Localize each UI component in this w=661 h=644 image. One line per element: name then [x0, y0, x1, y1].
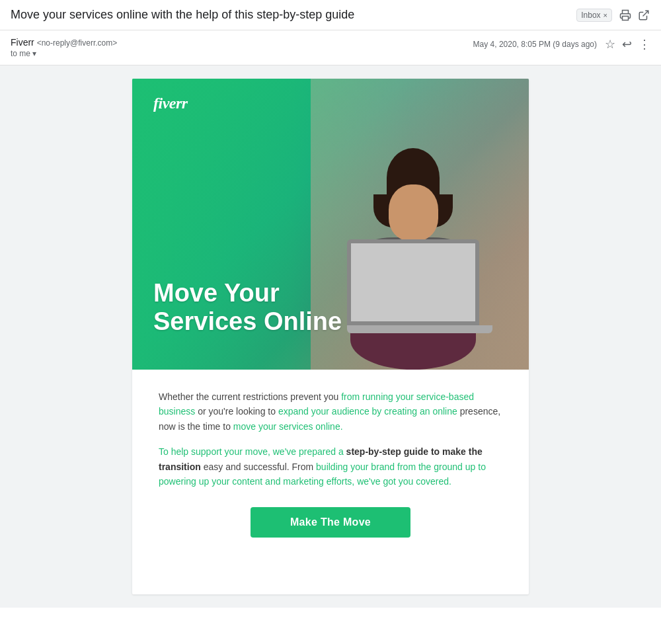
more-icon[interactable]: ⋮: [639, 37, 650, 52]
cta-area: Make The Move: [159, 507, 502, 538]
badge-close-icon[interactable]: ×: [603, 11, 607, 19]
to-me-label[interactable]: to me ▾: [11, 49, 117, 58]
inbox-badge[interactable]: Inbox ×: [576, 9, 612, 22]
print-icon[interactable]: [619, 9, 632, 22]
inbox-label: Inbox: [581, 11, 600, 20]
p2-end: easy and successful. From: [201, 462, 316, 472]
meta-icons: ☆ ↩ ⋮: [605, 37, 650, 52]
email-card: fiverr Move Your Services Online Whether…: [132, 79, 529, 594]
to-me-chevron: ▾: [32, 49, 36, 58]
p2-link-start[interactable]: To help support your move, we've prepare…: [159, 446, 346, 457]
subject-text: Move your services online with the help …: [11, 8, 570, 22]
sender-row: Fiverr <no-reply@fiverr.com> to me ▾ May…: [0, 30, 661, 65]
subject-bar: Move your services online with the help …: [0, 0, 661, 30]
p1-part1: Whether the current restrictions prevent…: [159, 391, 341, 402]
sender-info: Fiverr <no-reply@fiverr.com> to me ▾: [11, 37, 117, 58]
body-paragraph-2: To help support your move, we've prepare…: [159, 444, 502, 489]
sender-meta: May 4, 2020, 8:05 PM (9 days ago) ☆ ↩ ⋮: [473, 37, 650, 52]
svg-line-1: [643, 11, 648, 16]
email-client: Move your services online with the help …: [0, 0, 661, 644]
hero-tagline-line2: Services Online: [153, 307, 342, 337]
svg-rect-0: [623, 16, 629, 20]
body-paragraph-1: Whether the current restrictions prevent…: [159, 389, 502, 434]
make-the-move-button[interactable]: Make The Move: [251, 507, 410, 538]
star-icon[interactable]: ☆: [605, 37, 615, 52]
open-external-icon[interactable]: [637, 9, 650, 22]
hero-section: fiverr Move Your Services Online: [132, 79, 529, 370]
p1-link3[interactable]: move your services online.: [233, 421, 343, 432]
hero-tagline: Move Your Services Online: [153, 279, 342, 337]
fiverr-logo: fiverr: [153, 95, 188, 112]
hero-tagline-line1: Move Your: [153, 279, 342, 308]
p1-part2: or you're looking to: [195, 406, 278, 417]
sender-email: <no-reply@fiverr.com>: [37, 38, 118, 48]
sender-name: Fiverr: [11, 37, 34, 48]
content-section: Whether the current restrictions prevent…: [132, 370, 529, 567]
email-date: May 4, 2020, 8:05 PM (9 days ago): [473, 40, 597, 49]
sender-name-line: Fiverr <no-reply@fiverr.com>: [11, 37, 117, 48]
reply-icon[interactable]: ↩: [622, 37, 632, 52]
p1-link2[interactable]: expand your audience by creating an onli…: [278, 406, 457, 417]
chrome-toolbar: [619, 9, 650, 22]
email-body-area: fiverr Move Your Services Online Whether…: [0, 65, 661, 608]
